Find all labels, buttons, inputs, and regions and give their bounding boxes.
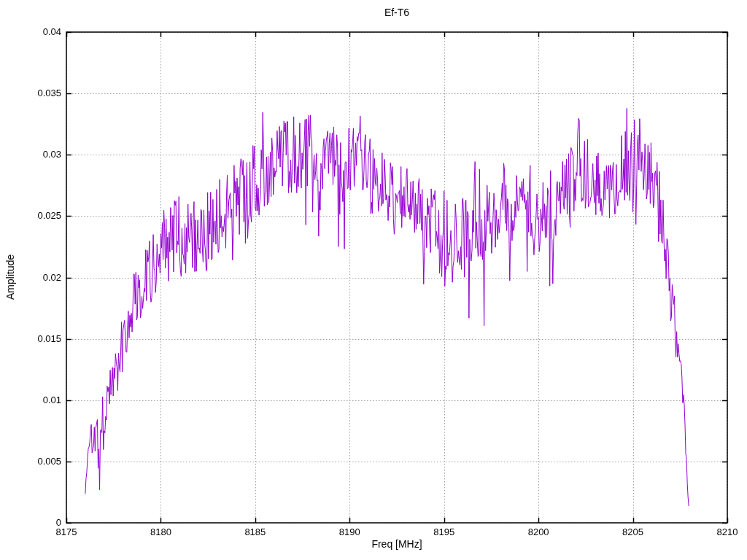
x-tick-label: 8200: [513, 527, 564, 537]
x-tick-label: 8195: [419, 527, 470, 537]
y-tick-label: 0.035: [0, 88, 61, 98]
chart-figure: Ef-T6 Amplitude Freq [MHz] 00.0050.010.0…: [0, 0, 747, 560]
y-tick-label: 0.015: [0, 334, 61, 344]
x-tick-label: 8205: [608, 527, 659, 537]
plot-canvas: [0, 0, 747, 560]
x-tick-label: 8180: [135, 527, 186, 537]
y-tick-label: 0.005: [0, 456, 61, 467]
chart-title: Ef-T6: [66, 7, 727, 18]
x-tick-label: 8175: [41, 527, 92, 537]
y-tick-label: 0.04: [0, 27, 61, 37]
y-tick-label: 0.025: [0, 211, 61, 221]
x-tick-label: 8185: [230, 527, 281, 537]
x-tick-label: 8190: [324, 527, 375, 537]
y-tick-label: 0.03: [0, 149, 61, 160]
x-axis-label: Freq [MHz]: [66, 538, 727, 550]
y-tick-label: 0: [0, 518, 61, 528]
y-tick-label: 0.02: [0, 273, 61, 283]
x-tick-label: 8210: [702, 527, 747, 537]
y-tick-label: 0.01: [0, 395, 61, 405]
